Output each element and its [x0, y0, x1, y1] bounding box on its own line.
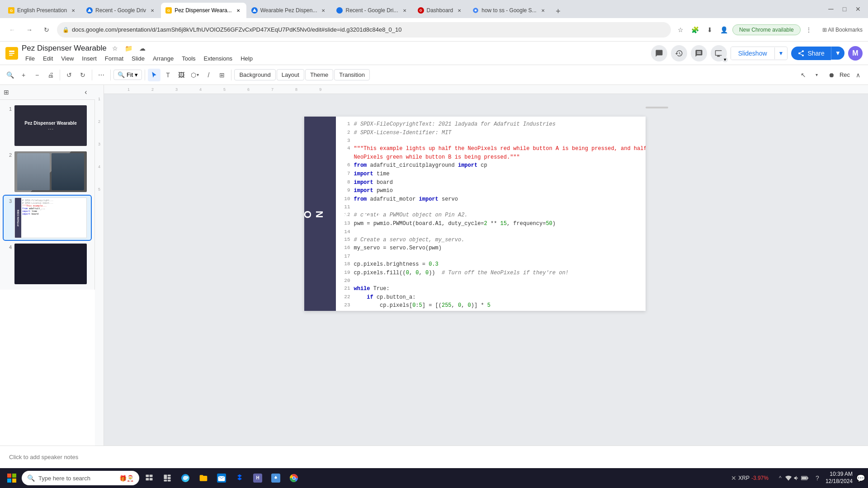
- menu-arrange[interactable]: Arrange: [149, 54, 177, 63]
- tab-dashboard[interactable]: ⚙ Dashboard ✕: [413, 3, 468, 18]
- taskbar-dropbox[interactable]: [231, 470, 248, 486]
- download-button[interactable]: ⬇: [703, 23, 716, 36]
- slide-thumb-1[interactable]: 1 Pez Dispenser Wearable • • •: [4, 103, 91, 148]
- tab-how-to-ss[interactable]: how to ss - Google S... ✕: [468, 3, 551, 18]
- tab-recent-drive1[interactable]: Recent - Google Driv ✕: [82, 3, 160, 18]
- taskbar-outlook[interactable]: [213, 470, 230, 486]
- transition-button[interactable]: Transition: [334, 69, 370, 80]
- tab-close-2[interactable]: ✕: [149, 7, 156, 14]
- back-button[interactable]: ←: [5, 23, 19, 37]
- user-avatar[interactable]: M: [848, 46, 863, 61]
- cloud-status-button[interactable]: ☁: [137, 43, 147, 53]
- star-button[interactable]: ☆: [110, 43, 120, 53]
- menu-button[interactable]: ⋮: [802, 23, 815, 36]
- tray-volume-icon[interactable]: [793, 474, 800, 482]
- undo-button[interactable]: ↺: [63, 69, 75, 81]
- menu-view[interactable]: View: [57, 54, 77, 63]
- tab-close-3[interactable]: ✕: [235, 7, 242, 14]
- code-line-10: 10 from adafruit_motor import servo: [341, 195, 640, 204]
- cursor-dropdown-button[interactable]: ▾: [811, 69, 823, 81]
- fit-select[interactable]: 🔍 Fit ▾: [113, 70, 142, 80]
- tab-pez[interactable]: G Pez Dispenser Weara... ✕: [161, 3, 246, 18]
- extension-button[interactable]: 🧩: [689, 23, 702, 36]
- tab-close-7[interactable]: ✕: [539, 7, 547, 14]
- xrp-value: -3.97%: [751, 475, 769, 481]
- tab-wearable-pez[interactable]: Wearable Pez Dispen... ✕: [247, 3, 332, 18]
- clock-display[interactable]: 10:39 AM 12/18/2024: [823, 471, 855, 485]
- slideshow-dropdown-button[interactable]: ▼: [774, 47, 788, 59]
- menu-insert[interactable]: Insert: [78, 54, 100, 63]
- grid-view-button[interactable]: ⊞: [4, 89, 9, 96]
- tab-close-6[interactable]: ✕: [456, 7, 463, 14]
- redo-button[interactable]: ↻: [76, 69, 89, 81]
- line-tool-button[interactable]: /: [202, 69, 215, 81]
- more-button[interactable]: ⋯: [95, 69, 108, 81]
- tab-close-1[interactable]: ✕: [70, 7, 77, 14]
- url-bar[interactable]: 🔒 docs.google.com/presentation/d/1asmSh6…: [57, 22, 671, 38]
- tab-close-4[interactable]: ✕: [320, 7, 327, 14]
- tab-english[interactable]: G English Presentation ✕: [4, 3, 81, 18]
- notes-bar[interactable]: Click to add speaker notes: [0, 446, 868, 468]
- tray-notification-icon[interactable]: 💬: [857, 474, 864, 482]
- move-to-folder-button[interactable]: 📁: [124, 43, 134, 53]
- taskbar-chrome[interactable]: [286, 470, 302, 486]
- tray-network-icon[interactable]: [785, 474, 792, 482]
- menu-tools[interactable]: Tools: [178, 54, 199, 63]
- bookmark-button[interactable]: ☆: [675, 23, 687, 36]
- background-button[interactable]: Background: [234, 69, 275, 80]
- minimize-button[interactable]: ─: [825, 3, 837, 15]
- slide-thumb-2[interactable]: 2: [4, 150, 91, 194]
- image-tool-button[interactable]: 🖼: [175, 69, 188, 81]
- menu-extensions[interactable]: Extensions: [200, 54, 236, 63]
- text-tool-button[interactable]: T: [161, 69, 174, 81]
- zoom-out-button[interactable]: +: [17, 69, 30, 81]
- table-tool-button[interactable]: ⊞: [216, 69, 228, 81]
- cursor-mode-button[interactable]: ↖: [797, 69, 810, 81]
- share-main-button[interactable]: Share: [791, 47, 830, 60]
- slideshow-main-button[interactable]: Slideshow: [731, 47, 774, 60]
- cursor-tool-button[interactable]: [148, 69, 160, 81]
- chat-button[interactable]: [691, 45, 707, 61]
- forward-button[interactable]: →: [23, 23, 36, 37]
- layout-button[interactable]: Layout: [277, 69, 304, 80]
- menu-slide[interactable]: Slide: [128, 54, 148, 63]
- taskbar-task-view[interactable]: [141, 470, 157, 486]
- taskbar-widgets[interactable]: [159, 470, 175, 486]
- slide-thumb-4[interactable]: 4: [4, 242, 91, 286]
- taskbar-explorer[interactable]: [195, 470, 212, 486]
- zoom-in-button[interactable]: −: [31, 69, 43, 81]
- menu-format[interactable]: Format: [101, 54, 127, 63]
- print-button[interactable]: 🖨: [44, 69, 57, 81]
- menu-file[interactable]: File: [22, 54, 38, 63]
- present-mode-button[interactable]: ▼: [711, 45, 727, 61]
- taskbar-edge[interactable]: [177, 470, 193, 486]
- menu-help[interactable]: Help: [237, 54, 256, 63]
- tray-question-icon[interactable]: ?: [814, 474, 821, 482]
- taskbar-search-bar[interactable]: 🔍 Type here to search 🎁🎅: [22, 471, 139, 485]
- slide-thumb-3[interactable]: 3 PYTHON CODE # SPDX-FileCopyright... # …: [4, 196, 91, 240]
- taskbar-app1[interactable]: H: [250, 470, 266, 486]
- collapse-toolbar-button[interactable]: ∧: [852, 69, 864, 81]
- search-tool-button[interactable]: 🔍: [4, 69, 16, 81]
- menu-edit[interactable]: Edit: [39, 54, 57, 63]
- tray-battery-icon[interactable]: [801, 474, 808, 482]
- tab-close-5[interactable]: ✕: [401, 7, 408, 14]
- profile-button[interactable]: 👤: [718, 23, 731, 36]
- tab-recent-drive2[interactable]: Recent - Google Dri... ✕: [332, 3, 412, 18]
- theme-button[interactable]: Theme: [305, 69, 333, 80]
- record-button[interactable]: ⏺: [825, 69, 838, 81]
- share-dropdown-button[interactable]: ▼: [831, 47, 844, 60]
- reload-button[interactable]: ↻: [40, 23, 53, 37]
- tray-chevron-icon[interactable]: ^: [777, 474, 784, 482]
- comments-button[interactable]: [651, 45, 667, 61]
- shapes-tool-button[interactable]: ⬡▾: [189, 69, 201, 81]
- new-chrome-button[interactable]: New Chrome available: [732, 24, 801, 35]
- close-window-button[interactable]: ✕: [852, 3, 864, 15]
- new-tab-button[interactable]: +: [552, 5, 565, 18]
- maximize-button[interactable]: □: [838, 3, 851, 15]
- collapse-panel-button[interactable]: ‹: [80, 87, 91, 98]
- taskbar-app2[interactable]: [268, 470, 284, 486]
- start-button[interactable]: [4, 470, 20, 486]
- history-button[interactable]: [671, 45, 687, 61]
- notes-placeholder[interactable]: Click to add speaker notes: [9, 454, 78, 460]
